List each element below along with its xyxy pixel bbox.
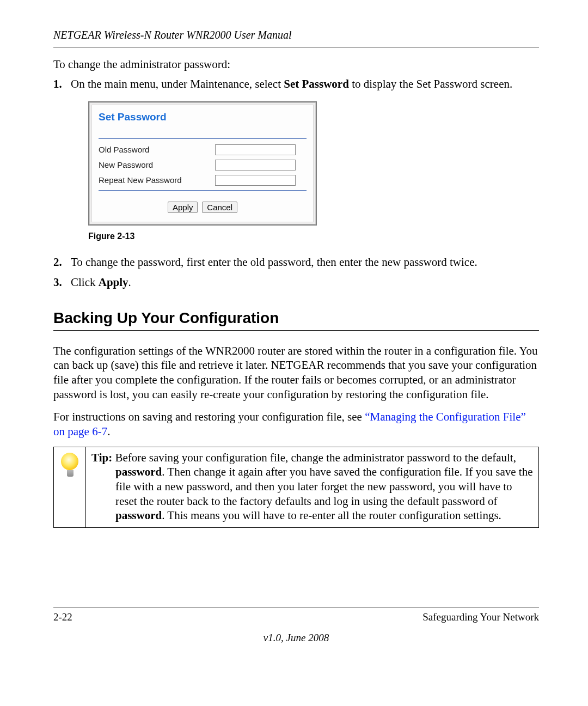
row-old-password: Old Password bbox=[99, 144, 307, 155]
tip-t1: Before saving your configuration file, c… bbox=[112, 451, 516, 464]
body-paragraph-1: The configuration settings of the WNR200… bbox=[53, 344, 539, 403]
step-text-b: . bbox=[128, 276, 131, 289]
step-3: 3. Click Apply. bbox=[53, 275, 539, 290]
tip-t3: . This means you will have to re-enter a… bbox=[162, 509, 501, 522]
row-repeat-password: Repeat New Password bbox=[99, 175, 307, 186]
tip-b2: password bbox=[115, 509, 162, 522]
input-old-password[interactable] bbox=[215, 144, 296, 155]
lightbulb-icon bbox=[59, 452, 81, 480]
footer-page-number: 2-22 bbox=[53, 611, 72, 624]
p2-text-b: . bbox=[107, 425, 110, 438]
p2-text-a: For instructions on saving and restoring… bbox=[53, 410, 365, 423]
step-number: 3. bbox=[53, 275, 62, 290]
body-paragraph-2: For instructions on saving and restoring… bbox=[53, 410, 539, 439]
footer-chapter-title: Safeguarding Your Network bbox=[422, 611, 539, 624]
footer-rule bbox=[53, 607, 539, 607]
step-text: On the main menu, under Maintenance, sel… bbox=[71, 77, 284, 90]
step-2: 2. To change the password, first enter t… bbox=[53, 255, 539, 270]
step-text: To change the password, first enter the … bbox=[71, 255, 477, 269]
screenshot-title: Set Password bbox=[99, 111, 307, 124]
footer-version: v1.0, June 2008 bbox=[53, 631, 539, 644]
figure-caption: Figure 2-13 bbox=[88, 231, 539, 242]
intro-line: To change the administrator password: bbox=[53, 57, 539, 72]
step-number: 2. bbox=[53, 255, 62, 270]
cancel-button[interactable]: Cancel bbox=[202, 202, 237, 213]
manual-page: NETGEAR Wireless-N Router WNR2000 User M… bbox=[0, 0, 588, 706]
tip-label: Tip: bbox=[91, 451, 112, 464]
screenshot-separator-top bbox=[99, 138, 307, 139]
screenshot-button-row: Apply Cancel bbox=[99, 199, 307, 214]
tip-b1: password bbox=[115, 465, 162, 478]
page-footer: 2-22 Safeguarding Your Network v1.0, Jun… bbox=[53, 607, 539, 645]
section-heading: Backing Up Your Configuration bbox=[53, 308, 539, 328]
label-repeat-password: Repeat New Password bbox=[99, 175, 215, 185]
screenshot-figure: Set Password Old Password New Password R… bbox=[88, 101, 539, 225]
step-number: 1. bbox=[53, 77, 62, 92]
tip-text: Tip: Before saving your configuration fi… bbox=[86, 447, 538, 527]
apply-button[interactable]: Apply bbox=[168, 202, 198, 213]
step-bold: Set Password bbox=[284, 77, 349, 90]
label-new-password: New Password bbox=[99, 160, 215, 170]
row-new-password: New Password bbox=[99, 160, 307, 171]
screenshot-panel: Set Password Old Password New Password R… bbox=[91, 105, 314, 222]
tip-t2: . Then change it again after you have sa… bbox=[115, 465, 532, 507]
step-list: 1. On the main menu, under Maintenance, … bbox=[53, 77, 539, 289]
section-rule bbox=[53, 330, 539, 331]
step-1: 1. On the main menu, under Maintenance, … bbox=[53, 77, 539, 242]
screenshot-separator-bottom bbox=[99, 190, 307, 191]
tip-icon-cell bbox=[54, 447, 86, 527]
tip-box: Tip: Before saving your configuration fi… bbox=[53, 447, 539, 528]
step-text-b: to display the Set Password screen. bbox=[349, 77, 512, 90]
label-old-password: Old Password bbox=[99, 144, 215, 155]
input-new-password[interactable] bbox=[215, 160, 296, 171]
header-rule bbox=[53, 47, 539, 47]
step-bold: Apply bbox=[99, 276, 128, 289]
step-text: Click bbox=[71, 276, 99, 289]
running-header: NETGEAR Wireless-N Router WNR2000 User M… bbox=[53, 28, 539, 42]
screenshot-frame: Set Password Old Password New Password R… bbox=[88, 101, 317, 225]
input-repeat-password[interactable] bbox=[215, 175, 296, 186]
